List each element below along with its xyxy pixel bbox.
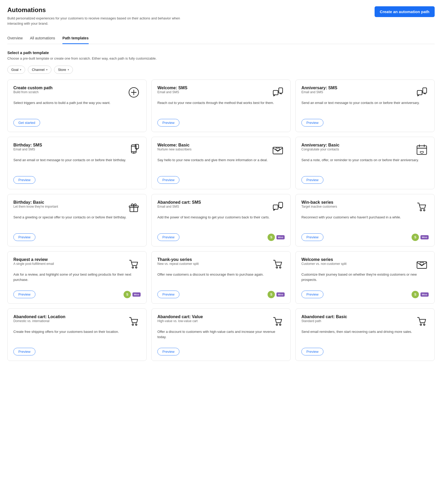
card-icon-wrap <box>271 143 285 156</box>
filter-goal[interactable]: Goal ▾ <box>7 66 25 74</box>
card-footer: Preview SWoo <box>157 233 285 241</box>
card-footer: Preview SWoo <box>13 291 141 298</box>
card-icon-wrap <box>415 200 429 214</box>
card-desc: Reach out to your new contacts through t… <box>157 100 285 115</box>
card-title-area: Birthday: Basic Let them know they're im… <box>13 200 58 212</box>
card-icon-wrap <box>415 143 429 156</box>
card-request-review: Request a review A single post-fulfillme… <box>7 251 147 304</box>
get-started-button[interactable]: Get started <box>13 119 40 127</box>
card-icon-wrap <box>127 314 141 328</box>
preview-button[interactable]: Preview <box>157 176 179 184</box>
card-icon-wrap <box>271 314 285 328</box>
card-birthday-basic: Birthday: Basic Let them know they're im… <box>7 194 147 246</box>
card-welcome-sms: Welcome: SMS Email and SMS Reach out to … <box>151 80 291 132</box>
card-top: Welcome: SMS Email and SMS <box>157 86 285 99</box>
svg-rect-20 <box>279 202 283 208</box>
card-subtitle: Email and SMS <box>157 205 201 208</box>
preview-button[interactable]: Preview <box>157 348 179 355</box>
card-welcome-series: Welcome series Customer vs. non-customer… <box>295 251 435 304</box>
svg-point-24 <box>132 267 134 268</box>
preview-button[interactable]: Preview <box>13 348 35 355</box>
card-title-area: Welcome: SMS Email and SMS <box>157 86 187 97</box>
card-subtitle: Let them know they're important <box>13 205 58 208</box>
card-desc: Offer a discount to customers with high-… <box>157 329 285 344</box>
card-subtitle: Customer vs. non-customer split <box>301 262 347 266</box>
card-desc: Send a greeting or special offer to your… <box>13 215 141 229</box>
card-subtitle: Domestic vs. international <box>13 319 65 323</box>
filter-channel[interactable]: Channel ▾ <box>28 66 51 74</box>
woo-badge: Woo <box>276 292 285 297</box>
svg-rect-13 <box>417 146 427 154</box>
page-header: Automations Build personalized experienc… <box>7 6 435 26</box>
card-badges: SWoo <box>412 234 429 241</box>
svg-rect-21 <box>273 205 278 209</box>
card-badges: SWoo <box>268 291 285 298</box>
preview-button[interactable]: Preview <box>301 119 323 127</box>
card-create-custom: Create custom path Build from scratch Se… <box>7 80 147 132</box>
card-subtitle: A single post-fulfillment email <box>13 262 54 266</box>
svg-point-32 <box>279 324 281 326</box>
preview-button[interactable]: Preview <box>13 291 35 298</box>
card-title-area: Abandoned cart: Basic Standard path <box>301 314 347 326</box>
filters-row: Goal ▾ Channel ▾ Store ▾ <box>7 66 435 74</box>
tab-overview[interactable]: Overview <box>7 33 23 44</box>
woo-badge: Woo <box>132 292 141 297</box>
shopify-badge: S <box>268 234 275 241</box>
tab-all-automations[interactable]: All automations <box>30 33 55 44</box>
card-footer: Preview SWoo <box>157 291 285 298</box>
card-desc: Reconnect with your customers who haven'… <box>301 215 429 229</box>
card-title-area: Birthday: SMS Email and SMS <box>13 143 42 154</box>
preview-button[interactable]: Preview <box>157 233 179 241</box>
card-desc: Select triggers and actions to build a p… <box>13 100 141 115</box>
card-badges: SWoo <box>412 291 429 298</box>
svg-rect-6 <box>417 91 422 95</box>
card-subtitle: Nurture new subscribers <box>157 148 191 151</box>
card-desc: Offer new customers a discount to encour… <box>157 272 285 286</box>
card-title: Thank-you series <box>157 257 199 262</box>
card-icon-wrap <box>127 200 141 214</box>
card-desc: Customize their journey based on whether… <box>301 272 429 286</box>
card-subtitle: Email and SMS <box>157 90 187 94</box>
card-top: Welcome series Customer vs. non-customer… <box>301 257 429 271</box>
card-icon-wrap <box>415 257 429 271</box>
card-subtitle: Build from scratch <box>13 90 52 94</box>
card-desc: Ask for a review, and highlight some of … <box>13 272 141 286</box>
card-top: Anniversary: SMS Email and SMS <box>301 86 429 99</box>
tab-path-templates[interactable]: Path templates <box>62 33 89 44</box>
card-title-area: Welcome series Customer vs. non-customer… <box>301 257 347 269</box>
card-title-area: Abandoned cart: Location Domestic vs. in… <box>13 314 65 326</box>
card-title: Welcome: SMS <box>157 86 187 90</box>
card-title: Request a review <box>13 257 54 262</box>
header-text: Automations Build personalized experienc… <box>7 6 186 26</box>
tabs-nav: Overview All automations Path templates <box>7 33 435 44</box>
card-title-area: Create custom path Build from scratch <box>13 86 52 97</box>
preview-button[interactable]: Preview <box>301 291 323 298</box>
card-subtitle: New vs. repeat customer split <box>157 262 199 266</box>
card-subtitle: Email and SMS <box>13 148 42 151</box>
card-footer: Preview <box>157 176 285 184</box>
section-subheading: Choose a pre-built template or create on… <box>7 56 435 60</box>
preview-button[interactable]: Preview <box>301 233 323 241</box>
card-abandoned-cart-basic: Abandoned cart: Basic Standard path Send… <box>295 308 435 361</box>
create-automation-button[interactable]: Create an automation path <box>375 6 435 17</box>
preview-button[interactable]: Preview <box>157 291 179 298</box>
card-welcome-basic: Welcome: Basic Nurture new subscribers S… <box>151 137 291 189</box>
preview-button[interactable]: Preview <box>13 176 35 184</box>
svg-point-26 <box>276 267 278 268</box>
card-desc: Send email reminders, then start recover… <box>301 329 429 344</box>
section-heading-area: Select a path template Choose a pre-buil… <box>7 50 435 60</box>
card-title: Win-back series <box>301 200 337 205</box>
card-icon-wrap <box>271 200 285 214</box>
card-title-area: Thank-you series New vs. repeat customer… <box>157 257 199 269</box>
card-top: Anniversary: Basic Congratulate your con… <box>301 143 429 156</box>
card-subtitle: Standard path <box>301 319 347 323</box>
woo-badge: Woo <box>420 235 429 239</box>
preview-button[interactable]: Preview <box>13 233 35 241</box>
preview-button[interactable]: Preview <box>301 348 323 355</box>
card-birthday-sms: Birthday: SMS Email and SMS Send an emai… <box>7 137 147 189</box>
preview-button[interactable]: Preview <box>157 119 179 127</box>
chevron-down-icon: ▾ <box>68 68 69 71</box>
filter-store[interactable]: Store ▾ <box>54 66 73 74</box>
card-icon-wrap <box>127 86 141 99</box>
preview-button[interactable]: Preview <box>301 176 323 184</box>
